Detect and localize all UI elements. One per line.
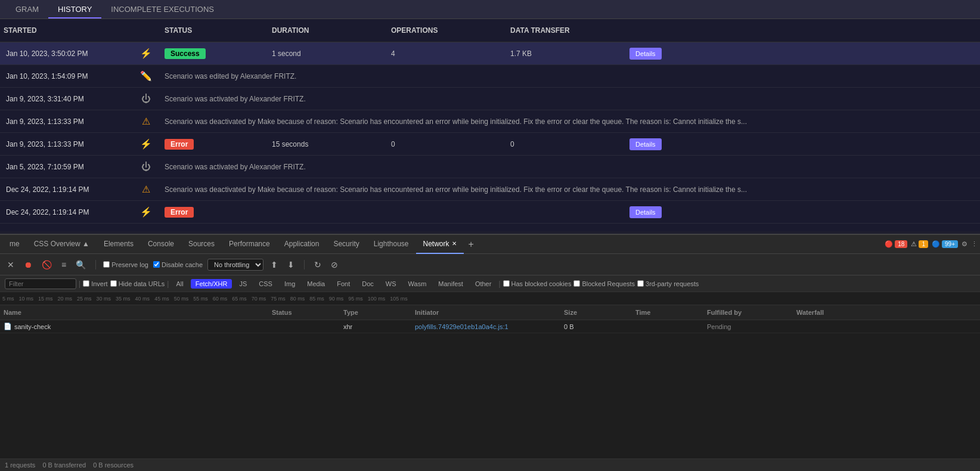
cell-message: Scenario was edited by Alexander FRITZ. [161,70,980,83]
filter-ws[interactable]: WS [381,279,401,289]
initiator-link[interactable]: polyfills.74929e01eb1a0a4c.js:1 [415,323,508,330]
cell-datatransfer: 0 [507,138,626,151]
header-started: STARTED [0,24,131,37]
table-row: Jan 9, 2023, 1:13:33 PM ⚡ Error 15 secon… [0,133,980,156]
filter-font[interactable]: Font [332,279,355,289]
tab-devtools-sources[interactable]: Sources [181,235,222,254]
tab-devtools-performance[interactable]: Performance [222,235,277,254]
filter-doc[interactable]: Doc [357,279,379,289]
search-button[interactable]: 🔍 [73,259,88,271]
header-actions [626,28,980,33]
devtools-toolbar-right: 🔴 18 ⚠ 1 🔵 99+ ⚙ ⋮ [885,240,978,248]
tab-devtools-console[interactable]: Console [141,235,181,254]
error-count-badge: 🔴 18 [885,240,907,248]
filter-media[interactable]: Media [302,279,330,289]
third-party-requests-checkbox[interactable]: 3rd-party requests [637,280,699,287]
tab-incomplete-executions[interactable]: INCOMPLETE EXECUTIONS [101,1,224,18]
filter-input[interactable] [5,278,76,289]
devtools-more-icon[interactable]: ⋮ [971,240,978,248]
tab-devtools-application[interactable]: Application [277,235,327,254]
table-row: Dec 24, 2022, 1:19:14 PM ⚠ Scenario was … [0,178,980,201]
disable-cache-checkbox[interactable]: Disable cache [153,261,203,268]
cell-started: Dec 24, 2022, 1:19:14 PM [0,183,131,196]
tab-devtools-me[interactable]: me [2,235,27,254]
cell-message: Scenario was deactivated by Make because… [161,115,980,128]
warning-icon: ⚠ [131,181,161,197]
table-row: Jan 5, 2023, 7:10:59 PM ⏻ Scenario was a… [0,156,980,178]
net-cell-time [632,326,703,328]
record-button[interactable]: ⏺ [21,259,35,271]
filter-css[interactable]: CSS [254,279,277,289]
network-filter-bar: | Invert Hide data URLs | All Fetch/XHR … [0,275,980,292]
filter-img[interactable]: Img [280,279,300,289]
filter-js[interactable]: JS [234,279,252,289]
tab-devtools-security[interactable]: Security [326,235,366,254]
timeline-bar: 5 ms 10 ms 15 ms 20 ms 25 ms 30 ms 35 ms… [0,292,980,305]
top-tab-bar: GRAM HISTORY INCOMPLETE EXECUTIONS [0,0,980,19]
info-count-badge: 🔵 99+ [932,240,958,248]
details-button[interactable]: Details [629,138,662,150]
table-row: Jan 9, 2023, 3:31:40 PM ⏻ Scenario was a… [0,88,980,110]
tab-gram[interactable]: GRAM [6,1,48,18]
header-fulfilled-by: Fulfilled by [703,308,793,317]
header-name: Name [0,308,268,317]
net-cell-fulfilled: Pending [703,322,793,331]
power-icon: ⏻ [131,91,161,107]
cell-status: Success [161,46,268,61]
clear-button[interactable]: 🚫 [39,259,54,271]
edit-icon: ✏️ [131,68,161,84]
header-waterfall: Waterfall [793,308,980,317]
tab-history[interactable]: HISTORY [48,1,101,18]
header-initiator: Initiator [411,308,560,317]
table-header-row: STARTED STATUS DURATION OPERATIONS DATA … [0,19,980,42]
blocked-requests-checkbox[interactable]: Blocked Requests [573,280,635,287]
tab-devtools-css-overview[interactable]: CSS Overview ▲ [27,235,97,254]
invert-checkbox[interactable]: Invert [83,280,108,287]
net-cell-name: 📄 sanity-check [0,321,268,331]
cell-started: Jan 10, 2023, 1:54:09 PM [0,70,131,83]
reload-button[interactable]: ↻ [312,259,324,271]
cell-actions: Details [626,45,980,62]
devtools-settings-icon[interactable]: ⚙ [962,240,967,248]
filter-fetch-xhr[interactable]: Fetch/XHR [191,279,232,289]
cell-started: Jan 9, 2023, 1:13:33 PM [0,115,131,128]
tab-devtools-elements[interactable]: Elements [97,235,141,254]
details-button[interactable]: Details [629,48,662,60]
download-icon[interactable]: ⬇ [285,259,297,271]
filter-wasm[interactable]: Wasm [404,279,432,289]
tab-devtools-network[interactable]: Network ✕ [416,235,464,254]
divider [95,260,96,269]
tab-devtools-lighthouse[interactable]: Lighthouse [367,235,416,254]
close-network-tab-icon[interactable]: ✕ [452,240,457,247]
cell-actions: Details [626,136,980,153]
transferred-size: 0 B transferred [42,461,86,469]
cell-actions: Details [626,204,980,221]
filter-toggle-button[interactable]: ≡ [59,259,69,271]
cell-datatransfer: 1.7 KB [507,47,626,60]
cell-started: Jan 5, 2023, 7:10:59 PM [0,160,131,173]
filter-other[interactable]: Other [470,279,497,289]
preserve-log-checkbox[interactable]: Preserve log [103,261,148,268]
power-icon: ⏻ [131,159,161,175]
filter-manifest[interactable]: Manifest [433,279,468,289]
cell-message: Scenario was activated by Alexander FRIT… [161,92,980,106]
close-devtools-button[interactable]: ✕ [5,259,17,271]
net-cell-type: xhr [340,322,411,331]
stop-button[interactable]: ⊘ [328,259,340,271]
network-row[interactable]: 📄 sanity-check xhr polyfills.74929e01eb1… [0,320,980,333]
devtools-controls-bar: ✕ ⏺ 🚫 ≡ 🔍 Preserve log Disable cache No … [0,254,980,275]
throttle-select[interactable]: No throttling [207,259,263,271]
cell-status: Error [161,204,268,220]
header-status: Status [268,308,340,317]
header-icon [131,28,161,33]
filter-all[interactable]: All [171,279,188,289]
net-cell-waterfall [793,326,980,328]
cell-datatransfer [507,210,626,215]
warning-count-badge: ⚠ 1 [911,240,928,248]
net-cell-initiator: polyfills.74929e01eb1a0a4c.js:1 [411,322,560,331]
hide-data-urls-checkbox[interactable]: Hide data URLs [110,280,165,287]
add-tab-button[interactable]: + [464,237,479,252]
has-blocked-cookies-checkbox[interactable]: Has blocked cookies [503,280,572,287]
details-button[interactable]: Details [629,206,662,218]
upload-icon[interactable]: ⬆ [268,259,280,271]
